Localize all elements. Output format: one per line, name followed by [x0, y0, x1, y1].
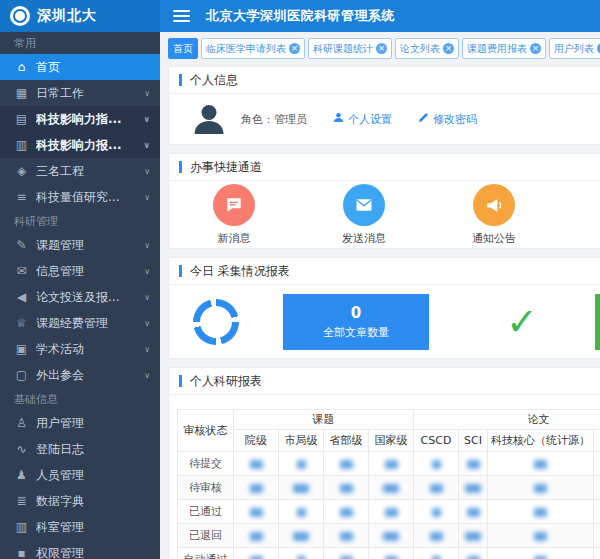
tab-close-icon[interactable]: ×: [530, 43, 541, 54]
sidebar-item-label: 数据字典: [36, 493, 150, 510]
blurred-value: [340, 484, 353, 493]
user-role-text: 角色：管理员: [241, 112, 307, 127]
report-cell: [369, 452, 414, 476]
sidebar-item-topic-funds[interactable]: ♕课题经费管理∨: [0, 310, 160, 336]
sidebar-item-tech-value-research[interactable]: ≡科技量值研究...∨: [0, 184, 160, 210]
tab-label: 临床医学申请列表: [206, 42, 286, 56]
sidebar-item-label: 日常工作: [36, 85, 140, 102]
report-cell: [324, 548, 369, 559]
sidebar-item-label: 科技影响力指...: [36, 111, 140, 128]
report-cell: [459, 500, 488, 524]
tab-topic-fee-report[interactable]: 课题费用报表×: [462, 38, 546, 59]
report-cell: [414, 500, 459, 524]
tab-user-list[interactable]: 用户列表×: [549, 38, 600, 59]
sidebar-item-paper-submit[interactable]: ◀论文投送及报...∨: [0, 284, 160, 310]
panel-accent-bar: [179, 161, 182, 173]
row-status-label: 待提交: [178, 452, 234, 476]
logo-seal-icon: [10, 6, 30, 26]
personal-report-panel: 个人科研报表 审核状态 课题 论文 院级 市局级: [168, 367, 600, 559]
today-report-panel: 今日 采集情况报表 0 全部文章数量 ✓: [168, 257, 600, 359]
report-cell: [414, 548, 459, 559]
sidebar-item-tech-impact-index[interactable]: ▤科技影响力指...∨: [0, 106, 160, 132]
tab-close-icon[interactable]: ×: [376, 43, 387, 54]
sidebar-item-out-meeting[interactable]: ▢外出参会∨: [0, 362, 160, 388]
report-table-row: 已通过: [178, 500, 600, 524]
send-message-button[interactable]: 发送消息: [299, 184, 429, 246]
cut-off-stat-card: [595, 294, 600, 350]
blurred-value: [432, 460, 441, 469]
report-cell: [369, 476, 414, 500]
notice-button[interactable]: 通知公告: [429, 184, 559, 246]
sidebar-item-label: 信息管理: [36, 263, 140, 280]
sidebar-item-label: 权限管理: [36, 545, 150, 559]
quick-item-label: 通知公告: [472, 231, 516, 246]
blurred-value: [385, 556, 398, 559]
blurred-value: [467, 556, 480, 559]
sidebar-item-user-manage[interactable]: ♙用户管理: [0, 410, 160, 436]
col-header: 省部级: [324, 430, 369, 452]
sidebar-item-tech-impact-report[interactable]: ▥科技影响力报...∨: [0, 132, 160, 158]
sidebar-item-topic-manage[interactable]: ✎课题管理∨: [0, 232, 160, 258]
report-cell: [324, 524, 369, 548]
col-header: 期刊: [594, 430, 600, 452]
blurred-value: [297, 508, 306, 517]
main-content: 首页临床医学申请列表×科研课题统计×论文列表×课题费用报表×用户列表× 个人信息…: [160, 32, 600, 559]
sidebar-item-daily-work[interactable]: ▦日常工作∨: [0, 80, 160, 106]
tab-paper-list[interactable]: 论文列表×: [395, 38, 459, 59]
tabbar: 首页临床医学申请列表×科研课题统计×论文列表×课题费用报表×用户列表×: [160, 32, 600, 66]
sidebar-item-three-famous-project[interactable]: ◈三名工程∨: [0, 158, 160, 184]
table-group-header-row: 审核状态 课题 论文: [178, 410, 600, 430]
report-cell: [594, 476, 600, 500]
sidebar-item-label: 科室管理: [36, 519, 150, 536]
dept-icon: ▥: [14, 520, 29, 534]
change-password-link[interactable]: 修改密码: [418, 112, 477, 127]
avatar: [191, 101, 227, 137]
blurred-value: [293, 532, 309, 541]
tab-home[interactable]: 首页: [168, 38, 198, 59]
blurred-value: [465, 484, 481, 493]
row-status-label: 已通过: [178, 500, 234, 524]
tab-close-icon[interactable]: ×: [443, 43, 454, 54]
chevron-down-icon: ∨: [144, 267, 150, 276]
sidebar-item-dept-manage[interactable]: ▥科室管理: [0, 514, 160, 540]
sidebar-item-info-manage[interactable]: ✉信息管理∨: [0, 258, 160, 284]
panel-title: 办事快捷通道: [190, 159, 262, 176]
report-cell: [234, 524, 279, 548]
sidebar-item-home[interactable]: ⌂首页: [0, 54, 160, 80]
panel-title: 今日 采集情况报表: [190, 263, 290, 280]
report-cell: [488, 548, 594, 559]
sidebar-item-label: 科技量值研究...: [36, 189, 140, 206]
report-cell: [279, 476, 324, 500]
tab-label: 用户列表: [554, 42, 594, 56]
blurred-value: [534, 556, 547, 559]
tab-close-icon[interactable]: ×: [289, 43, 300, 54]
menu-toggle-icon[interactable]: [173, 10, 190, 22]
sidebar-item-label: 登陆日志: [36, 441, 150, 458]
report-cell: [279, 500, 324, 524]
report-cell: [279, 524, 324, 548]
sidebar-item-perm-manage[interactable]: ▪权限管理: [0, 540, 160, 559]
row-status-label: 已退回: [178, 524, 234, 548]
tab-clinical-apply-list[interactable]: 临床医学申请列表×: [201, 38, 305, 59]
tab-label: 课题费用报表: [467, 42, 527, 56]
blurred-value: [385, 508, 398, 517]
quick-channel-body: 新消息 发送消息: [169, 181, 600, 248]
blurred-value: [340, 460, 353, 469]
tab-research-topic-stats[interactable]: 科研课题统计×: [308, 38, 392, 59]
sidebar-item-login-log[interactable]: ∿登陆日志: [0, 436, 160, 462]
sidebar-item-data-dict[interactable]: ≣数据字典: [0, 488, 160, 514]
quick-item-label: 发送消息: [342, 231, 386, 246]
activity-icon: ▣: [14, 342, 29, 356]
personal-settings-link[interactable]: 个人设置: [333, 112, 392, 127]
impact-report-icon: ▥: [14, 138, 29, 152]
sidebar-section-label: 科研管理: [0, 210, 160, 232]
report-cell: [324, 452, 369, 476]
report-cell: [459, 524, 488, 548]
sidebar-item-academic-activity[interactable]: ▣学术活动∨: [0, 336, 160, 362]
blurred-value: [250, 460, 263, 469]
sidebar-item-person-manage[interactable]: ♟人员管理: [0, 462, 160, 488]
sidebar-item-label: 科技影响力报...: [36, 137, 140, 154]
new-message-button[interactable]: 新消息: [169, 184, 299, 246]
report-table-body: 待提交待审核已通过已退回自动通过: [178, 452, 600, 559]
info-icon: ✉: [14, 264, 29, 278]
